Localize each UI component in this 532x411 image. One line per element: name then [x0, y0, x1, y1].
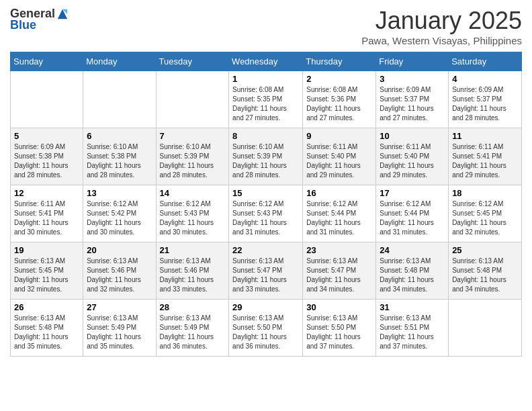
- day-info: Sunrise: 6:12 AM Sunset: 5:44 PM Dayligh…: [306, 199, 372, 237]
- day-number: 11: [452, 131, 518, 141]
- page-header: General Blue January 2025 Pawa, Western …: [10, 7, 522, 46]
- calendar-cell: [156, 71, 229, 128]
- calendar-cell: 13Sunrise: 6:12 AM Sunset: 5:42 PM Dayli…: [83, 185, 156, 242]
- calendar-table: SundayMondayTuesdayWednesdayThursdayFrid…: [10, 52, 522, 357]
- calendar-cell: 28Sunrise: 6:13 AM Sunset: 5:49 PM Dayli…: [156, 300, 229, 357]
- day-number: 27: [87, 302, 152, 312]
- calendar-week-row: 1Sunrise: 6:08 AM Sunset: 5:35 PM Daylig…: [11, 71, 522, 128]
- day-number: 15: [232, 188, 299, 198]
- day-info: Sunrise: 6:11 AM Sunset: 5:40 PM Dayligh…: [306, 142, 372, 180]
- calendar-cell: 9Sunrise: 6:11 AM Sunset: 5:40 PM Daylig…: [303, 128, 376, 185]
- calendar-cell: 30Sunrise: 6:13 AM Sunset: 5:50 PM Dayli…: [303, 300, 376, 357]
- day-info: Sunrise: 6:08 AM Sunset: 5:36 PM Dayligh…: [306, 85, 372, 123]
- day-number: 30: [306, 302, 372, 312]
- day-number: 10: [380, 131, 445, 141]
- calendar-header-row: SundayMondayTuesdayWednesdayThursdayFrid…: [11, 52, 522, 71]
- day-info: Sunrise: 6:13 AM Sunset: 5:49 PM Dayligh…: [87, 314, 152, 351]
- header-friday: Friday: [376, 52, 449, 71]
- calendar-cell: 10Sunrise: 6:11 AM Sunset: 5:40 PM Dayli…: [376, 128, 449, 185]
- day-number: 23: [306, 245, 372, 255]
- day-number: 3: [380, 74, 445, 84]
- day-number: 4: [452, 74, 518, 84]
- day-info: Sunrise: 6:10 AM Sunset: 5:38 PM Dayligh…: [87, 142, 152, 180]
- calendar-cell: 14Sunrise: 6:12 AM Sunset: 5:43 PM Dayli…: [156, 185, 229, 242]
- day-number: 26: [14, 302, 79, 312]
- calendar-cell: 17Sunrise: 6:12 AM Sunset: 5:44 PM Dayli…: [376, 185, 449, 242]
- day-number: 21: [160, 245, 226, 255]
- calendar-cell: 4Sunrise: 6:09 AM Sunset: 5:37 PM Daylig…: [449, 71, 522, 128]
- day-info: Sunrise: 6:13 AM Sunset: 5:50 PM Dayligh…: [232, 314, 299, 351]
- day-number: 1: [232, 74, 299, 84]
- calendar-cell: 18Sunrise: 6:12 AM Sunset: 5:45 PM Dayli…: [449, 185, 522, 242]
- day-number: 17: [380, 188, 445, 198]
- calendar-week-row: 5Sunrise: 6:09 AM Sunset: 5:38 PM Daylig…: [11, 128, 522, 185]
- header-tuesday: Tuesday: [156, 52, 229, 71]
- logo-blue-text: Blue: [10, 18, 36, 32]
- day-info: Sunrise: 6:11 AM Sunset: 5:41 PM Dayligh…: [14, 199, 79, 237]
- day-info: Sunrise: 6:13 AM Sunset: 5:45 PM Dayligh…: [14, 257, 79, 294]
- calendar-cell: 25Sunrise: 6:13 AM Sunset: 5:48 PM Dayli…: [449, 242, 522, 300]
- calendar-cell: 23Sunrise: 6:13 AM Sunset: 5:47 PM Dayli…: [303, 242, 376, 300]
- day-number: 2: [306, 74, 372, 84]
- day-number: 7: [160, 131, 226, 141]
- calendar-cell: [449, 300, 522, 357]
- calendar-cell: 26Sunrise: 6:13 AM Sunset: 5:48 PM Dayli…: [11, 300, 83, 357]
- day-info: Sunrise: 6:13 AM Sunset: 5:48 PM Dayligh…: [452, 257, 518, 294]
- day-info: Sunrise: 6:11 AM Sunset: 5:41 PM Dayligh…: [452, 142, 518, 180]
- day-info: Sunrise: 6:09 AM Sunset: 5:38 PM Dayligh…: [14, 142, 79, 180]
- day-number: 8: [232, 131, 299, 141]
- calendar-cell: 1Sunrise: 6:08 AM Sunset: 5:35 PM Daylig…: [229, 71, 303, 128]
- calendar-cell: 11Sunrise: 6:11 AM Sunset: 5:41 PM Dayli…: [449, 128, 522, 185]
- calendar-cell: 8Sunrise: 6:10 AM Sunset: 5:39 PM Daylig…: [229, 128, 303, 185]
- day-info: Sunrise: 6:11 AM Sunset: 5:40 PM Dayligh…: [380, 142, 445, 180]
- calendar-cell: 16Sunrise: 6:12 AM Sunset: 5:44 PM Dayli…: [303, 185, 376, 242]
- day-info: Sunrise: 6:13 AM Sunset: 5:46 PM Dayligh…: [87, 257, 152, 294]
- day-number: 13: [87, 188, 152, 198]
- logo-icon: [56, 8, 69, 20]
- day-number: 25: [452, 245, 518, 255]
- day-number: 18: [452, 188, 518, 198]
- title-section: January 2025 Pawa, Western Visayas, Phil…: [361, 7, 522, 46]
- day-info: Sunrise: 6:12 AM Sunset: 5:45 PM Dayligh…: [452, 199, 518, 237]
- day-number: 19: [14, 245, 79, 255]
- calendar-week-row: 26Sunrise: 6:13 AM Sunset: 5:48 PM Dayli…: [11, 300, 522, 357]
- calendar-cell: [83, 71, 156, 128]
- header-sunday: Sunday: [11, 52, 83, 71]
- calendar-cell: 2Sunrise: 6:08 AM Sunset: 5:36 PM Daylig…: [303, 71, 376, 128]
- calendar-cell: 15Sunrise: 6:12 AM Sunset: 5:43 PM Dayli…: [229, 185, 303, 242]
- day-info: Sunrise: 6:13 AM Sunset: 5:49 PM Dayligh…: [160, 314, 226, 351]
- calendar-cell: 12Sunrise: 6:11 AM Sunset: 5:41 PM Dayli…: [11, 185, 83, 242]
- header-thursday: Thursday: [303, 52, 376, 71]
- day-info: Sunrise: 6:12 AM Sunset: 5:42 PM Dayligh…: [87, 199, 152, 237]
- day-number: 20: [87, 245, 152, 255]
- day-number: 6: [87, 131, 152, 141]
- day-number: 9: [306, 131, 372, 141]
- day-info: Sunrise: 6:10 AM Sunset: 5:39 PM Dayligh…: [160, 142, 226, 180]
- day-number: 28: [160, 302, 226, 312]
- day-info: Sunrise: 6:12 AM Sunset: 5:44 PM Dayligh…: [380, 199, 445, 237]
- day-number: 16: [306, 188, 372, 198]
- day-number: 12: [14, 188, 79, 198]
- calendar-week-row: 12Sunrise: 6:11 AM Sunset: 5:41 PM Dayli…: [11, 185, 522, 242]
- day-info: Sunrise: 6:13 AM Sunset: 5:48 PM Dayligh…: [14, 314, 79, 351]
- month-title: January 2025: [361, 7, 522, 35]
- day-info: Sunrise: 6:09 AM Sunset: 5:37 PM Dayligh…: [380, 85, 445, 123]
- calendar-cell: 22Sunrise: 6:13 AM Sunset: 5:47 PM Dayli…: [229, 242, 303, 300]
- calendar-week-row: 19Sunrise: 6:13 AM Sunset: 5:45 PM Dayli…: [11, 242, 522, 300]
- day-number: 5: [14, 131, 79, 141]
- day-number: 31: [380, 302, 445, 312]
- day-info: Sunrise: 6:13 AM Sunset: 5:47 PM Dayligh…: [232, 257, 299, 294]
- day-number: 22: [232, 245, 299, 255]
- calendar-cell: 31Sunrise: 6:13 AM Sunset: 5:51 PM Dayli…: [376, 300, 449, 357]
- day-info: Sunrise: 6:13 AM Sunset: 5:50 PM Dayligh…: [306, 314, 372, 351]
- day-info: Sunrise: 6:13 AM Sunset: 5:51 PM Dayligh…: [380, 314, 445, 351]
- calendar-cell: 21Sunrise: 6:13 AM Sunset: 5:46 PM Dayli…: [156, 242, 229, 300]
- header-saturday: Saturday: [449, 52, 522, 71]
- day-info: Sunrise: 6:12 AM Sunset: 5:43 PM Dayligh…: [160, 199, 226, 237]
- calendar-cell: [11, 71, 83, 128]
- calendar-cell: 27Sunrise: 6:13 AM Sunset: 5:49 PM Dayli…: [83, 300, 156, 357]
- day-number: 14: [160, 188, 226, 198]
- day-number: 29: [232, 302, 299, 312]
- day-number: 24: [380, 245, 445, 255]
- header-monday: Monday: [83, 52, 156, 71]
